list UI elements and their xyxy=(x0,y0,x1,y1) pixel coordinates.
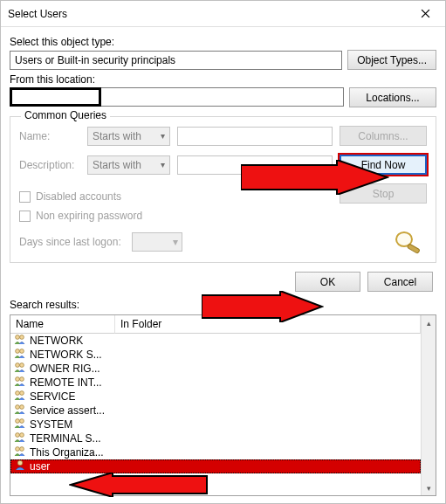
list-item-label: SYSTEM xyxy=(30,418,72,431)
list-item[interactable]: SYSTEM xyxy=(10,418,421,432)
list-item-label: REMOTE INT... xyxy=(30,376,102,389)
chevron-down-icon: ▾ xyxy=(173,236,178,248)
list-item-label: OWNER RIG... xyxy=(30,362,100,375)
user-icon xyxy=(14,459,26,473)
disabled-accounts-checkbox[interactable] xyxy=(19,191,31,203)
close-button[interactable] xyxy=(406,1,445,27)
group-icon xyxy=(14,390,26,404)
list-item[interactable]: NETWORK S... xyxy=(10,348,421,362)
dialog-body: Select this object type: Users or Built-… xyxy=(1,27,445,314)
vertical-scrollbar[interactable]: ▴ ▾ xyxy=(421,315,436,495)
description-filter-label: Description: xyxy=(19,159,80,171)
svg-point-11 xyxy=(20,391,24,396)
list-item[interactable]: NETWORK xyxy=(10,334,421,348)
group-icon xyxy=(14,348,26,362)
name-filter-label: Name: xyxy=(19,130,80,142)
column-header-folder[interactable]: In Folder xyxy=(115,315,421,334)
svg-point-17 xyxy=(20,433,24,438)
common-queries-legend: Common Queries xyxy=(21,109,110,121)
common-queries-group: Common Queries Name: Starts with ▾ Colum… xyxy=(10,116,436,263)
list-item-label: TERMINAL S... xyxy=(30,432,101,445)
svg-point-3 xyxy=(20,335,24,340)
window-title: Select Users xyxy=(8,8,406,20)
scroll-down-arrow[interactable]: ▾ xyxy=(422,480,436,495)
group-icon xyxy=(14,432,26,445)
svg-point-10 xyxy=(16,391,20,396)
name-mode-select[interactable]: Starts with ▾ xyxy=(87,127,170,146)
location-value xyxy=(101,88,343,106)
group-icon xyxy=(14,418,26,432)
chevron-down-icon: ▾ xyxy=(161,131,165,141)
find-now-button[interactable]: Find Now xyxy=(340,155,427,175)
location-field[interactable] xyxy=(10,87,344,107)
non-expiring-label: Non expiring password xyxy=(36,210,142,222)
object-types-button[interactable]: Object Types... xyxy=(347,50,436,70)
list-item[interactable]: SERVICE xyxy=(10,390,421,404)
list-item[interactable]: OWNER RIG... xyxy=(10,362,421,376)
search-icon xyxy=(392,229,423,255)
svg-point-13 xyxy=(20,405,24,410)
list-item-label: This Organiza... xyxy=(30,446,104,459)
group-icon xyxy=(14,376,26,390)
svg-point-12 xyxy=(16,405,20,410)
dialog-buttons: OK Cancel xyxy=(10,263,436,299)
svg-point-16 xyxy=(16,433,20,438)
name-filter-input[interactable] xyxy=(177,127,333,146)
group-icon xyxy=(14,334,26,348)
list-item[interactable]: TERMINAL S... xyxy=(10,432,421,445)
column-header-name[interactable]: Name xyxy=(10,315,115,334)
svg-point-2 xyxy=(16,335,20,340)
select-users-dialog: Select Users Select this object type: Us… xyxy=(0,0,446,504)
list-item[interactable]: REMOTE INT... xyxy=(10,376,421,390)
svg-point-8 xyxy=(16,377,20,382)
list-item-label: SERVICE xyxy=(30,390,75,403)
days-since-logon-label: Days since last logon: xyxy=(19,236,121,248)
description-mode-select[interactable]: Starts with ▾ xyxy=(87,155,170,175)
svg-point-19 xyxy=(20,447,24,452)
object-type-label: Select this object type: xyxy=(10,36,436,48)
chevron-down-icon: ▾ xyxy=(161,160,165,169)
search-results-list[interactable]: Name In Folder NETWORKNETWORK S...OWNER … xyxy=(10,314,436,496)
svg-point-4 xyxy=(16,349,20,354)
locations-button[interactable]: Locations... xyxy=(349,87,436,107)
svg-point-5 xyxy=(20,349,24,354)
svg-rect-1 xyxy=(408,244,421,253)
list-item[interactable]: This Organiza... xyxy=(10,445,421,459)
cancel-button[interactable]: Cancel xyxy=(367,272,433,292)
list-item-label: NETWORK xyxy=(30,335,83,347)
list-item-label: user xyxy=(30,460,50,473)
list-item[interactable]: Service assert... xyxy=(10,404,421,418)
group-icon xyxy=(14,362,26,376)
svg-point-6 xyxy=(16,363,20,368)
object-type-value: Users or Built-in security principals xyxy=(15,54,175,66)
list-item[interactable]: user xyxy=(10,459,421,473)
columns-button[interactable]: Columns... xyxy=(340,126,427,146)
group-icon xyxy=(14,445,26,459)
disabled-accounts-label: Disabled accounts xyxy=(36,190,121,203)
location-redacted xyxy=(10,87,101,107)
svg-point-15 xyxy=(20,419,24,424)
svg-point-20 xyxy=(17,460,23,466)
titlebar: Select Users xyxy=(1,1,445,27)
ok-button[interactable]: OK xyxy=(295,272,360,292)
stop-button[interactable]: Stop xyxy=(340,183,427,204)
svg-point-18 xyxy=(16,447,20,452)
location-label: From this location: xyxy=(10,73,436,86)
description-filter-input[interactable] xyxy=(177,155,333,175)
group-icon xyxy=(14,404,26,418)
object-type-field[interactable]: Users or Built-in security principals xyxy=(10,51,342,70)
list-item-label: Service assert... xyxy=(30,404,105,417)
scroll-up-arrow[interactable]: ▴ xyxy=(422,315,436,330)
svg-point-14 xyxy=(16,419,20,424)
svg-point-9 xyxy=(20,377,24,382)
results-rows: NETWORKNETWORK S...OWNER RIG...REMOTE IN… xyxy=(10,334,421,473)
svg-point-7 xyxy=(20,363,24,368)
search-results-label: Search results: xyxy=(10,299,436,311)
non-expiring-checkbox[interactable] xyxy=(19,211,31,222)
close-icon xyxy=(421,9,430,18)
days-since-logon-select[interactable]: ▾ xyxy=(132,232,182,252)
list-item-label: NETWORK S... xyxy=(30,349,102,361)
